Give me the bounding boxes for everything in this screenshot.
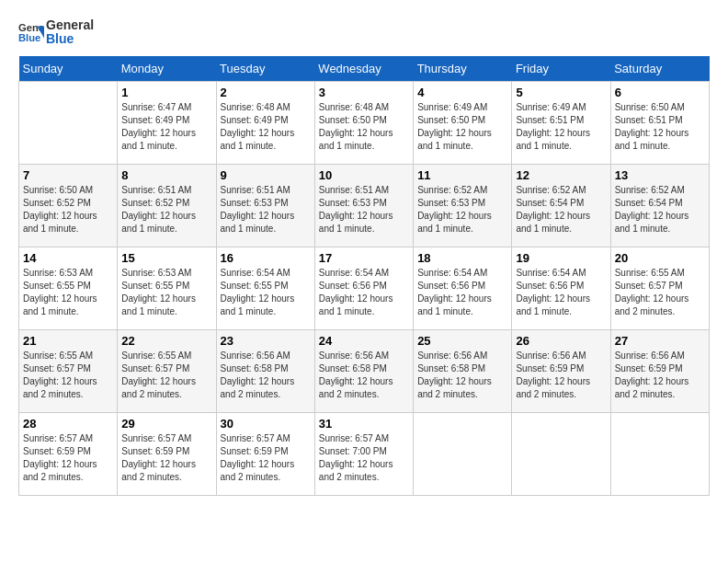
week-row-1: 1Sunrise: 6:47 AMSunset: 6:49 PMDaylight…	[19, 81, 710, 164]
day-info: Sunrise: 6:56 AMSunset: 6:58 PMDaylight:…	[221, 350, 311, 401]
week-row-2: 7Sunrise: 6:50 AMSunset: 6:52 PMDaylight…	[19, 164, 710, 247]
sunset-text: Sunset: 6:54 PM	[516, 197, 606, 210]
day-info: Sunrise: 6:54 AMSunset: 6:56 PMDaylight:…	[516, 267, 606, 318]
day-info: Sunrise: 6:51 AMSunset: 6:53 PMDaylight:…	[319, 184, 409, 236]
day-number: 11	[417, 168, 507, 182]
sunrise-text: Sunrise: 6:53 AM	[23, 267, 113, 280]
sunset-text: Sunset: 6:59 PM	[221, 445, 311, 458]
day-info: Sunrise: 6:53 AMSunset: 6:55 PMDaylight:…	[121, 267, 211, 318]
calendar-cell: 12Sunrise: 6:52 AMSunset: 6:54 PMDayligh…	[512, 164, 610, 247]
day-number: 18	[417, 251, 507, 265]
daylight-text: Daylight: 12 hours and 1 minute.	[417, 210, 507, 236]
day-info: Sunrise: 6:48 AMSunset: 6:49 PMDaylight:…	[221, 101, 311, 153]
sunrise-text: Sunrise: 6:50 AM	[23, 184, 113, 197]
sunrise-text: Sunrise: 6:55 AM	[121, 350, 211, 362]
day-info: Sunrise: 6:57 AMSunset: 7:00 PMDaylight:…	[319, 432, 409, 484]
calendar-cell: 25Sunrise: 6:56 AMSunset: 6:58 PMDayligh…	[414, 329, 512, 412]
daylight-text: Daylight: 12 hours and 2 minutes.	[615, 293, 705, 318]
sunrise-text: Sunrise: 6:52 AM	[417, 184, 507, 197]
day-number: 25	[417, 334, 507, 348]
calendar-cell: 1Sunrise: 6:47 AMSunset: 6:49 PMDaylight…	[118, 81, 216, 164]
calendar-cell: 11Sunrise: 6:52 AMSunset: 6:53 PMDayligh…	[414, 164, 512, 247]
calendar-cell: 23Sunrise: 6:56 AMSunset: 6:58 PMDayligh…	[216, 329, 314, 412]
sunset-text: Sunset: 6:59 PM	[615, 362, 705, 375]
sunset-text: Sunset: 6:57 PM	[121, 362, 211, 375]
day-info: Sunrise: 6:51 AMSunset: 6:52 PMDaylight:…	[121, 184, 211, 236]
sunrise-text: Sunrise: 6:51 AM	[121, 184, 211, 197]
calendar-cell: 26Sunrise: 6:56 AMSunset: 6:59 PMDayligh…	[512, 329, 610, 412]
calendar-cell: 19Sunrise: 6:54 AMSunset: 6:56 PMDayligh…	[512, 247, 610, 329]
sunset-text: Sunset: 6:49 PM	[221, 114, 311, 127]
sunrise-text: Sunrise: 6:49 AM	[417, 101, 507, 114]
logo: General Blue General Blue	[18, 18, 94, 47]
day-info: Sunrise: 6:53 AMSunset: 6:55 PMDaylight:…	[23, 267, 113, 318]
sunrise-text: Sunrise: 6:54 AM	[417, 267, 507, 280]
calendar-cell: 20Sunrise: 6:55 AMSunset: 6:57 PMDayligh…	[610, 247, 709, 329]
week-row-4: 21Sunrise: 6:55 AMSunset: 6:57 PMDayligh…	[19, 329, 710, 412]
calendar-cell: 14Sunrise: 6:53 AMSunset: 6:55 PMDayligh…	[19, 247, 118, 329]
page-header: General Blue General Blue	[18, 18, 710, 47]
sunrise-text: Sunrise: 6:55 AM	[23, 350, 113, 362]
daylight-text: Daylight: 12 hours and 1 minute.	[319, 293, 409, 318]
day-number: 14	[23, 251, 113, 265]
calendar-cell: 10Sunrise: 6:51 AMSunset: 6:53 PMDayligh…	[314, 164, 413, 247]
sunrise-text: Sunrise: 6:55 AM	[615, 267, 705, 280]
calendar-cell: 15Sunrise: 6:53 AMSunset: 6:55 PMDayligh…	[118, 247, 216, 329]
calendar-cell: 22Sunrise: 6:55 AMSunset: 6:57 PMDayligh…	[118, 329, 216, 412]
day-number: 19	[516, 251, 606, 265]
calendar-cell: 21Sunrise: 6:55 AMSunset: 6:57 PMDayligh…	[19, 329, 118, 412]
day-number: 7	[23, 168, 113, 182]
calendar-cell	[19, 81, 118, 164]
day-info: Sunrise: 6:54 AMSunset: 6:56 PMDaylight:…	[319, 267, 409, 318]
weekday-header-sunday: Sunday	[19, 56, 118, 82]
sunrise-text: Sunrise: 6:56 AM	[615, 350, 705, 362]
daylight-text: Daylight: 12 hours and 2 minutes.	[417, 375, 507, 401]
calendar-table: SundayMondayTuesdayWednesdayThursdayFrid…	[18, 56, 710, 496]
sunset-text: Sunset: 6:58 PM	[319, 362, 409, 375]
day-info: Sunrise: 6:50 AMSunset: 6:51 PMDaylight:…	[615, 101, 705, 153]
calendar-cell: 7Sunrise: 6:50 AMSunset: 6:52 PMDaylight…	[19, 164, 118, 247]
sunrise-text: Sunrise: 6:51 AM	[319, 184, 409, 197]
calendar-cell: 9Sunrise: 6:51 AMSunset: 6:53 PMDaylight…	[216, 164, 314, 247]
daylight-text: Daylight: 12 hours and 2 minutes.	[23, 458, 113, 484]
day-info: Sunrise: 6:49 AMSunset: 6:51 PMDaylight:…	[516, 101, 606, 153]
daylight-text: Daylight: 12 hours and 2 minutes.	[615, 375, 705, 401]
calendar-cell	[512, 412, 610, 495]
sunrise-text: Sunrise: 6:57 AM	[23, 432, 113, 445]
sunset-text: Sunset: 6:51 PM	[615, 114, 705, 127]
daylight-text: Daylight: 12 hours and 1 minute.	[516, 210, 606, 236]
sunset-text: Sunset: 6:56 PM	[417, 280, 507, 293]
sunrise-text: Sunrise: 6:49 AM	[516, 101, 606, 114]
daylight-text: Daylight: 12 hours and 2 minutes.	[221, 375, 311, 401]
weekday-header-wednesday: Wednesday	[314, 56, 413, 82]
week-row-5: 28Sunrise: 6:57 AMSunset: 6:59 PMDayligh…	[19, 412, 710, 495]
sunrise-text: Sunrise: 6:50 AM	[615, 101, 705, 114]
sunrise-text: Sunrise: 6:57 AM	[221, 432, 311, 445]
calendar-cell: 16Sunrise: 6:54 AMSunset: 6:55 PMDayligh…	[216, 247, 314, 329]
sunrise-text: Sunrise: 6:48 AM	[221, 101, 311, 114]
weekday-header-saturday: Saturday	[610, 56, 709, 82]
weekday-header-row: SundayMondayTuesdayWednesdayThursdayFrid…	[19, 56, 710, 82]
day-number: 4	[417, 86, 507, 99]
day-number: 8	[121, 168, 211, 182]
sunset-text: Sunset: 6:51 PM	[516, 114, 606, 127]
calendar-cell: 28Sunrise: 6:57 AMSunset: 6:59 PMDayligh…	[19, 412, 118, 495]
day-number: 17	[319, 251, 409, 265]
daylight-text: Daylight: 12 hours and 1 minute.	[23, 210, 113, 236]
day-number: 13	[615, 168, 705, 182]
sunrise-text: Sunrise: 6:54 AM	[516, 267, 606, 280]
day-number: 5	[516, 86, 606, 99]
daylight-text: Daylight: 12 hours and 1 minute.	[121, 210, 211, 236]
day-info: Sunrise: 6:50 AMSunset: 6:52 PMDaylight:…	[23, 184, 113, 236]
calendar-cell: 17Sunrise: 6:54 AMSunset: 6:56 PMDayligh…	[314, 247, 413, 329]
daylight-text: Daylight: 12 hours and 2 minutes.	[121, 458, 211, 484]
daylight-text: Daylight: 12 hours and 2 minutes.	[23, 375, 113, 401]
sunset-text: Sunset: 6:57 PM	[615, 280, 705, 293]
weekday-header-tuesday: Tuesday	[216, 56, 314, 82]
sunrise-text: Sunrise: 6:57 AM	[121, 432, 211, 445]
day-number: 1	[121, 86, 211, 99]
day-info: Sunrise: 6:52 AMSunset: 6:53 PMDaylight:…	[417, 184, 507, 236]
day-info: Sunrise: 6:48 AMSunset: 6:50 PMDaylight:…	[319, 101, 409, 153]
day-number: 16	[221, 251, 311, 265]
sunset-text: Sunset: 6:54 PM	[615, 197, 705, 210]
